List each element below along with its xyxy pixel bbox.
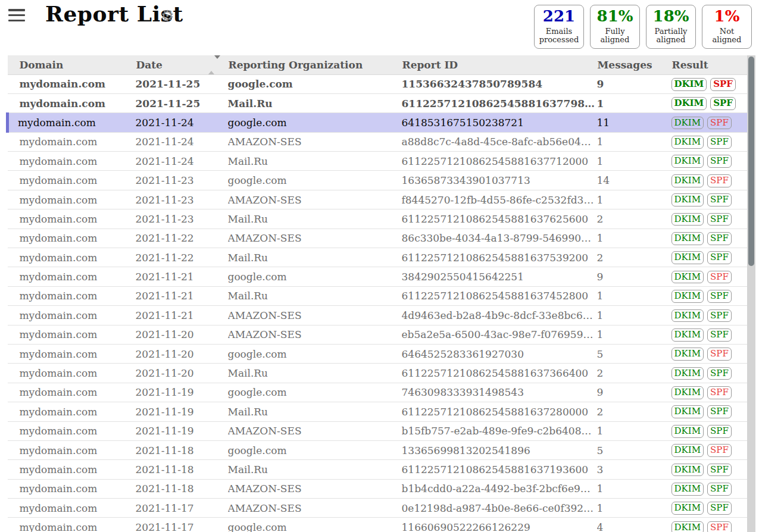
cell-date: 2021-11-24 — [136, 132, 228, 151]
cell-messages: 1 — [597, 421, 671, 440]
cell-domain: mydomain.com — [8, 402, 136, 421]
cell-domain: mydomain.com — [8, 306, 136, 325]
cell-reporting-organization: AMAZON-SES — [228, 479, 402, 498]
table-row[interactable]: mydomain.com2021-11-21AMAZON-SES4d9463ed… — [8, 306, 749, 325]
cell-result: DKIMSPF — [671, 248, 749, 267]
table-row[interactable]: mydomain.com2021-11-21Mail.Ru61122571210… — [8, 286, 749, 305]
table-row[interactable]: mydomain.com2021-11-20AMAZON-SESeb5a2e5a… — [8, 325, 749, 344]
column-header-result: Result — [671, 55, 749, 74]
table-row[interactable]: mydomain.com2021-11-17google.com11660690… — [8, 518, 749, 532]
table-row[interactable]: mydomain.com2021-11-22Mail.Ru61122571210… — [8, 248, 749, 267]
scrollbar-thumb[interactable] — [748, 57, 754, 266]
cell-domain: mydomain.com — [8, 344, 136, 363]
table-row[interactable]: mydomain.com2021-11-18AMAZON-SESb1b4cdd0… — [8, 479, 749, 498]
dkim-badge: DKIM — [671, 251, 704, 264]
sort-desc-icon — [214, 55, 220, 71]
cell-messages: 3 — [597, 460, 671, 479]
sort-indicator[interactable] — [208, 59, 220, 71]
spf-badge: SPF — [707, 444, 732, 457]
cell-reporting-organization: Mail.Ru — [228, 364, 402, 383]
cell-report-id: 61122571210862545881637366400 — [402, 364, 597, 383]
cell-report-id: 61122571210862545881637798… — [402, 93, 597, 112]
hamburger-bar — [8, 20, 25, 22]
dkim-badge: DKIM — [671, 464, 704, 477]
cell-date: 2021-11-17 — [136, 518, 228, 532]
stat-label: Emails processed — [539, 27, 579, 45]
cell-domain: mydomain.com — [8, 190, 136, 209]
table-row[interactable]: mydomain.com2021-11-19AMAZON-SESb15fb757… — [8, 421, 749, 440]
cell-date: 2021-11-23 — [136, 209, 228, 229]
cell-domain: mydomain.com — [8, 383, 136, 402]
spf-badge: SPF — [707, 174, 732, 187]
stat-value: 81% — [595, 8, 635, 26]
cell-domain: mydomain.com — [8, 460, 136, 479]
table-row[interactable]: mydomain.com2021-11-23google.com16365873… — [8, 171, 749, 190]
cell-reporting-organization: google.com — [228, 383, 402, 402]
cell-messages: 5 — [597, 440, 671, 459]
cell-reporting-organization: google.com — [228, 74, 402, 93]
cell-reporting-organization: AMAZON-SES — [228, 325, 402, 344]
stat-value: 1% — [707, 8, 747, 26]
table-row[interactable]: mydomain.com2021-11-20google.com64645252… — [8, 344, 749, 363]
cell-messages: 1 — [597, 132, 671, 151]
dkim-badge: DKIM — [671, 425, 704, 438]
cell-result: DKIMSPF — [671, 286, 749, 305]
cell-date: 2021-11-25 — [136, 93, 228, 112]
stat-label: Fully aligned — [595, 27, 635, 45]
cell-messages: 1 — [597, 499, 671, 518]
table-row[interactable]: mydomain.com2021-11-24AMAZON-SESa88d8c7c… — [8, 132, 749, 151]
cell-report-id: 7463098333931498543 — [402, 383, 597, 402]
stat-card-not-aligned: 1% Not aligned — [702, 5, 752, 49]
table-row[interactable]: mydomain.com2021-11-22AMAZON-SES86c330be… — [8, 229, 749, 248]
cell-result: DKIMSPF — [671, 518, 749, 532]
cell-result: DKIMSPF — [671, 402, 749, 421]
gear-icon[interactable]: ⚙ — [161, 8, 174, 23]
table-row[interactable]: mydomain.com2021-11-20Mail.Ru61122571210… — [8, 364, 749, 383]
dkim-badge: DKIM — [671, 521, 704, 532]
stat-value: 18% — [651, 8, 691, 26]
cell-result: DKIMSPF — [671, 209, 749, 229]
stats-panel: 221 Emails processed 81% Fully aligned 1… — [534, 5, 752, 49]
vertical-scrollbar[interactable] — [747, 55, 755, 532]
cell-result: DKIMSPF — [671, 383, 749, 402]
table-row[interactable]: mydomain.com2021-11-24google.com64185316… — [8, 113, 749, 132]
column-header-date[interactable]: Date — [136, 55, 228, 74]
cell-result: DKIMSPF — [671, 499, 749, 518]
spf-badge: SPF — [707, 405, 732, 418]
table-row[interactable]: mydomain.com2021-11-19Mail.Ru61122571210… — [8, 402, 749, 421]
spf-badge: SPF — [707, 155, 732, 168]
hamburger-icon[interactable] — [8, 9, 25, 21]
table-row[interactable]: mydomain.com2021-11-19google.com74630983… — [8, 383, 749, 402]
cell-result: DKIMSPF — [671, 306, 749, 325]
stat-value: 221 — [539, 8, 579, 26]
column-header-reporting-organization: Reporting Organization — [228, 55, 402, 74]
cell-messages: 5 — [597, 344, 671, 363]
table-row[interactable]: mydomain.com2021-11-18Mail.Ru61122571210… — [8, 460, 749, 479]
spf-badge: SPF — [707, 502, 732, 515]
report-table-area: Domain Date Reporting Organization Repor… — [6, 55, 755, 532]
cell-reporting-organization: AMAZON-SES — [228, 229, 402, 248]
cell-domain: mydomain.com — [8, 325, 136, 344]
cell-report-id: 13365699813202541896 — [402, 440, 597, 459]
cell-report-id: 3842902550415642251 — [402, 267, 597, 286]
table-row[interactable]: mydomain.com2021-11-24Mail.Ru61122571210… — [8, 152, 749, 171]
table-row[interactable]: mydomain.com2021-11-18google.com13365699… — [8, 440, 749, 459]
cell-domain: mydomain.com — [8, 209, 136, 229]
table-row[interactable]: mydomain.com2021-11-25Mail.Ru61122571210… — [8, 93, 749, 112]
table-row[interactable]: mydomain.com2021-11-25google.com11536632… — [8, 74, 749, 93]
spf-badge: SPF — [707, 386, 732, 399]
cell-reporting-organization: Mail.Ru — [228, 248, 402, 267]
cell-messages: 14 — [597, 171, 671, 190]
table-row[interactable]: mydomain.com2021-11-23Mail.Ru61122571210… — [8, 209, 749, 229]
table-row[interactable]: mydomain.com2021-11-21google.com38429025… — [8, 267, 749, 286]
table-row[interactable]: mydomain.com2021-11-23AMAZON-SESf8445270… — [8, 190, 749, 209]
dkim-badge: DKIM — [671, 386, 704, 399]
spf-badge: SPF — [707, 193, 732, 206]
stat-label: Not aligned — [707, 27, 747, 45]
cell-domain: mydomain.com — [8, 518, 136, 532]
table-row[interactable]: mydomain.com2021-11-17AMAZON-SES0e12198d… — [8, 499, 749, 518]
cell-domain: mydomain.com — [8, 248, 136, 267]
cell-domain: mydomain.com — [8, 364, 136, 383]
cell-reporting-organization: google.com — [228, 344, 402, 363]
cell-date: 2021-11-20 — [136, 344, 228, 363]
